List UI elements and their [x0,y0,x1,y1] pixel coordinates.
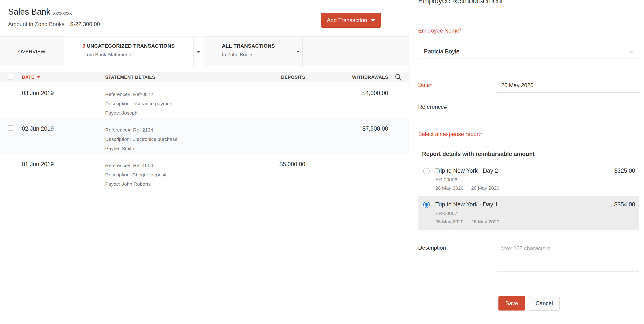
panel-title: Employee Reimbursement [418,0,503,5]
report-name: Trip to New York - Day 1 [435,201,635,208]
save-button[interactable]: Save [498,296,525,310]
employee-reimbursement-panel: Employee Reimbursement Employee Name* Pa… [408,0,644,324]
transaction-date: 01 Jun 2019 [22,161,105,168]
report-dates: 26 May 2020 26 May 2020 [435,219,635,224]
radio-button-icon[interactable] [423,168,430,174]
uncategorized-count: 3 [82,43,86,49]
divider [418,281,639,281]
column-header-date[interactable]: DATE [22,75,105,80]
withdrawal-amount: $7,500.00 [305,125,388,132]
transactions-table-body: 03 Jun 2019 Reference#: Ref-9872 Descrip… [0,82,408,189]
deposit-amount: $5,000.00 [245,161,305,168]
caret-down-icon [197,51,200,53]
report-number: ER-00006 [435,177,635,182]
description-line: Description: Electronics purchase [105,135,245,144]
bank-tabs: OVERVIEW 3UNCATEGORIZED TRANSACTIONS Fro… [0,36,408,67]
statement-details: Reference#: Ref-1900 Description: Cheque… [105,161,245,189]
tab-overview-label: OVERVIEW [18,49,46,54]
employee-name-select[interactable]: Patricia Boyle [418,44,639,59]
report-name: Trip to New York - Day 2 [435,167,635,174]
add-transaction-label: Add Transaction [327,17,367,24]
row-checkbox[interactable] [8,90,13,95]
account-name: Sales Bank [8,7,50,17]
uncategorized-label: UNCATEGORIZED TRANSACTIONS [87,43,175,49]
expense-report-option[interactable]: Trip to New York - Day 1 ER-00007 26 May… [418,196,639,230]
payee-line: Payee: John Roberts [105,179,245,189]
transaction-row[interactable]: 02 Jun 2019 Reference#: Ref-2134 Descrip… [0,118,408,153]
divider [418,70,639,70]
sort-desc-icon [37,76,40,78]
select-all-checkbox[interactable] [8,74,13,80]
account-number-mask: xxxxxxxx [53,11,72,16]
report-end-date: 26 May 2020 [471,185,499,191]
caret-down-icon [371,19,375,21]
amount-label: Amount in Zoho Books [8,21,64,27]
payee-line: Payee: Smith [105,144,245,153]
search-transactions-button[interactable] [388,74,408,81]
statement-details: Reference#: Ref-9872 Description: Insura… [105,90,245,118]
column-header-statement-details: STATEMENT DETAILS [105,75,245,80]
radio-button-icon[interactable] [423,201,430,208]
transaction-row[interactable]: 01 Jun 2019 Reference#: Ref-1900 Descrip… [0,153,408,189]
tab-all-transactions[interactable]: ALL TRANSACTIONS In Zoho Books [203,37,303,67]
withdrawal-amount: $4,000.00 [305,90,388,97]
employee-name-label: Employee Name* [418,28,462,34]
row-checkbox-cell [0,125,22,132]
caret-down-icon [296,51,300,53]
cancel-button[interactable]: Cancel [529,296,560,310]
tab-all-subtitle: In Zoho Books [222,52,302,57]
report-section-title: Report details with reimbursable amount [422,151,535,157]
reference-line: Reference#: Ref-9872 [105,90,245,99]
bank-account-page: Sales Bank xxxxxxxx Amount in Zoho Books… [0,0,408,324]
add-transaction-button[interactable]: Add Transaction [321,13,381,28]
report-amount: $354.00 [614,201,635,208]
row-checkbox-cell [0,161,22,167]
employee-name-value: Patricia Boyle [424,48,460,55]
chevron-down-icon [630,48,634,53]
date-column-label: DATE [22,75,34,80]
tab-uncategorized-title: 3UNCATEGORIZED TRANSACTIONS [82,43,203,49]
row-checkbox[interactable] [8,161,13,166]
reference-line: Reference#: Ref-2134 [105,125,245,135]
expense-report-label: Select an expense report* [418,131,482,137]
transactions-table-header: DATE STATEMENT DETAILS DEPOSITS WITHDRAW… [0,72,408,82]
reference-line: Reference#: Ref-1900 [105,161,245,170]
row-checkbox-cell [0,90,22,96]
tab-uncategorized-transactions[interactable]: 3UNCATEGORIZED TRANSACTIONS From Bank St… [64,37,203,67]
tab-dropdown-toggle[interactable] [293,37,302,67]
date-label: Date* [418,82,432,88]
column-header-deposits: DEPOSITS [245,75,305,80]
tab-dropdown-toggle[interactable] [194,37,203,67]
tab-overview[interactable]: OVERVIEW [0,37,64,67]
reference-input[interactable] [497,100,639,114]
report-start-date: 26 May 2020 [435,185,464,191]
tab-uncategorized-subtitle: From Bank Statements [82,52,203,57]
report-number: ER-00007 [435,211,635,216]
report-dates: 26 May 2020 26 May 2020 [435,185,635,191]
description-textarea[interactable] [497,242,639,271]
column-header-withdrawals: WITHDRAWALS [305,75,388,80]
tab-all-title: ALL TRANSACTIONS [222,43,302,49]
description-line: Description: Insurance payment [105,99,245,108]
date-input[interactable] [497,78,639,93]
row-checkbox[interactable] [8,125,13,131]
search-icon [395,74,402,81]
payee-line: Payee: Joseph [105,108,245,118]
divider [467,185,467,191]
page-header: Sales Bank xxxxxxxx Amount in Zoho Books… [0,0,408,36]
transaction-row[interactable]: 03 Jun 2019 Reference#: Ref-9872 Descrip… [0,82,408,118]
divider [467,219,467,224]
description-line: Description: Cheque deposit [105,170,245,179]
divider [418,146,639,146]
report-start-date: 26 May 2020 [435,219,464,224]
statement-details: Reference#: Ref-2134 Description: Electr… [105,125,245,153]
select-all-cell [0,74,22,81]
transaction-date: 03 Jun 2019 [22,90,105,97]
report-end-date: 26 May 2020 [471,219,499,224]
reference-label: Reference# [418,104,447,110]
transaction-date: 02 Jun 2019 [22,125,105,132]
report-amount: $325.00 [614,167,635,174]
expense-report-option[interactable]: Trip to New York - Day 2 ER-00006 26 May… [418,163,639,195]
description-label: Description [418,244,446,251]
amount-value: $-22,300.00 [70,21,100,27]
